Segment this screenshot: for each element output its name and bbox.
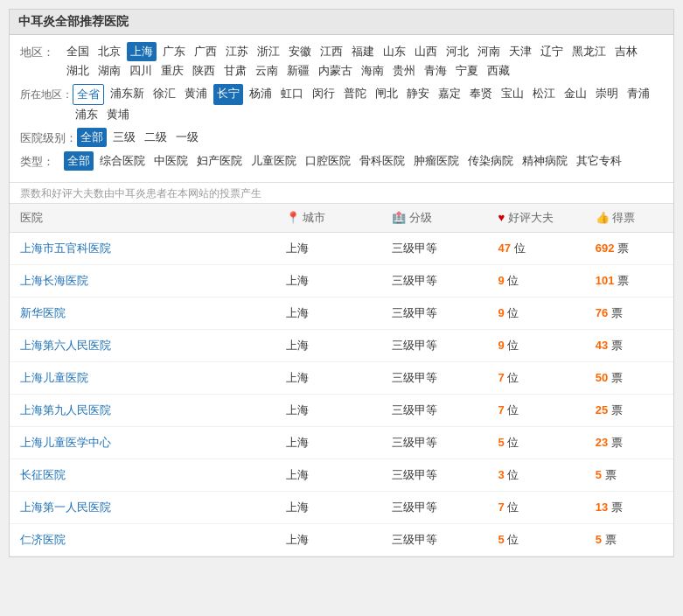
city-cell: 上海 [275,265,381,298]
type-option-7[interactable]: 肿瘤医院 [411,151,462,171]
sub-region-option-1[interactable]: 浦东新 [108,84,147,105]
hospital-link[interactable]: 上海第六人民医院 [20,339,111,352]
region-option-23[interactable]: 甘肃 [221,61,249,80]
region-option-7[interactable]: 安徽 [286,42,314,61]
level-options: 全部 三级 二级 一级 [77,128,663,147]
type-option-2[interactable]: 中医院 [151,151,191,171]
region-option-22[interactable]: 陕西 [190,61,218,80]
sub-region-option-10[interactable]: 静安 [404,84,432,105]
region-option-30[interactable]: 宁夏 [453,61,481,80]
type-option-5[interactable]: 口腔医院 [303,151,353,171]
sub-region-option-2[interactable]: 徐汇 [150,84,178,105]
region-option-0[interactable]: 全国 [64,42,92,61]
doctors-count: 5 [498,533,504,546]
sub-region-option-17[interactable]: 青浦 [624,84,652,105]
region-option-8[interactable]: 江西 [317,42,345,61]
sub-region-option-14[interactable]: 松江 [530,84,558,105]
sub-region-option-9[interactable]: 闸北 [373,84,401,105]
region-option-6[interactable]: 浙江 [254,42,282,61]
hospital-link[interactable]: 上海第九人民医院 [20,403,111,416]
hospital-table: 医院 📍 城市 🏥 分级 ♥ 好评大夫 👍 得票 [10,203,673,556]
level-label: 医院级别： [20,128,77,148]
sub-region-option-12[interactable]: 奉贤 [467,84,495,105]
title-bar: 中耳炎全部推荐医院 [10,10,673,35]
region-option-10[interactable]: 山东 [380,42,408,61]
region-option-17[interactable]: 吉林 [612,42,640,61]
region-option-25[interactable]: 新疆 [284,61,312,80]
hospital-link[interactable]: 上海市五官科医院 [20,242,111,255]
level-option-3[interactable]: 一级 [173,128,201,147]
sub-region-option-16[interactable]: 崇明 [593,84,621,105]
region-option-31[interactable]: 西藏 [484,61,512,80]
region-option-12[interactable]: 河北 [443,42,471,61]
hospital-link[interactable]: 上海第一人民医院 [20,500,111,514]
region-option-28[interactable]: 贵州 [390,61,418,80]
region-option-13[interactable]: 河南 [475,42,503,61]
region-option-14[interactable]: 天津 [506,42,534,61]
region-option-3[interactable]: 广东 [160,42,188,61]
sub-region-option-5[interactable]: 杨浦 [247,84,275,105]
region-option-19[interactable]: 湖南 [95,61,123,80]
type-option-1[interactable]: 综合医院 [97,151,148,171]
type-option-3[interactable]: 妇产医院 [194,151,245,171]
table-body: 上海市五官科医院上海三级甲等47 位692 票上海长海医院上海三级甲等9 位10… [10,233,673,556]
region-option-20[interactable]: 四川 [127,61,155,80]
hospital-cell: 上海儿童医院 [10,362,275,395]
table-row: 上海儿童医院上海三级甲等7 位50 票 [10,362,673,395]
level-option-1[interactable]: 三级 [110,128,138,147]
region-options: 全国 北京 上海 广东 广西 江苏 浙江 安徽 江西 福建 山东 山西 河北 河… [64,42,663,80]
type-option-9[interactable]: 精神病院 [519,151,570,171]
type-option-6[interactable]: 骨科医院 [357,151,408,171]
level-icon: 🏥 [392,211,406,224]
level-cell: 三级甲等 [381,524,487,556]
votes-cell: 692 票 [585,233,673,265]
sub-region-option-8[interactable]: 普陀 [341,84,369,105]
doctors-count: 9 [498,339,504,352]
sub-region-option-7[interactable]: 闵行 [310,84,338,105]
sub-region-option-0[interactable]: 全省 [73,84,104,105]
region-option-15[interactable]: 辽宁 [538,42,566,61]
region-label: 地区： [20,42,64,62]
region-option-24[interactable]: 云南 [253,61,281,80]
hospital-link[interactable]: 新华医院 [20,306,66,319]
sub-region-option-19[interactable]: 黄埔 [104,105,132,124]
region-option-29[interactable]: 青海 [422,61,450,80]
hospital-link[interactable]: 长征医院 [20,468,66,481]
region-option-18[interactable]: 湖北 [64,61,92,80]
type-option-0[interactable]: 全部 [64,151,94,171]
region-option-4[interactable]: 广西 [192,42,220,61]
doctors-count: 5 [498,436,504,449]
hospital-link[interactable]: 仁济医院 [20,533,66,546]
sub-region-option-4[interactable]: 长宁 [213,84,243,105]
region-option-26[interactable]: 内蒙古 [316,61,355,80]
sub-region-option-6[interactable]: 虹口 [278,84,306,105]
votes-cell: 50 票 [585,362,673,395]
sub-region-option-18[interactable]: 浦东 [73,105,101,124]
table-row: 新华医院上海三级甲等9 位76 票 [10,298,673,330]
region-option-11[interactable]: 山西 [412,42,440,61]
type-option-10[interactable]: 其它专科 [574,151,624,171]
hospital-cell: 仁济医院 [10,524,275,556]
region-option-1[interactable]: 北京 [95,42,123,61]
hospital-link[interactable]: 上海长海医院 [20,274,88,287]
votes-cell: 5 票 [585,459,673,492]
region-option-21[interactable]: 重庆 [158,61,186,80]
level-option-0[interactable]: 全部 [77,128,107,147]
region-option-9[interactable]: 福建 [349,42,377,61]
region-option-2[interactable]: 上海 [127,42,157,61]
sub-region-option-13[interactable]: 宝山 [498,84,526,105]
hospital-link[interactable]: 上海儿童医院 [20,371,88,384]
hospital-cell: 上海第九人民医院 [10,395,275,427]
type-option-8[interactable]: 传染病院 [465,151,516,171]
hospital-link[interactable]: 上海儿童医学中心 [20,436,111,449]
region-option-16[interactable]: 黑龙江 [569,42,609,61]
sub-region-option-3[interactable]: 黄浦 [182,84,210,105]
region-option-27[interactable]: 海南 [359,61,387,80]
doctors-cell: 7 位 [487,492,584,524]
level-filter-row: 医院级别： 全部 三级 二级 一级 [20,128,663,148]
level-option-2[interactable]: 二级 [142,128,170,147]
region-option-5[interactable]: 江苏 [223,42,251,61]
sub-region-option-15[interactable]: 金山 [561,84,589,105]
type-option-4[interactable]: 儿童医院 [248,151,299,171]
sub-region-option-11[interactable]: 嘉定 [436,84,463,105]
